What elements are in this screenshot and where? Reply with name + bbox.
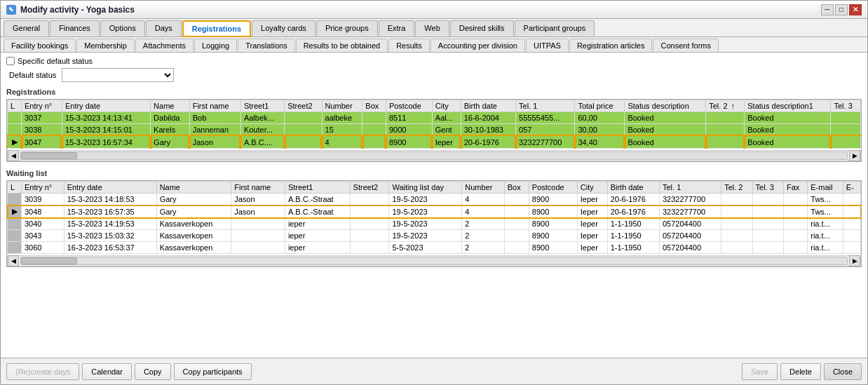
wait-col-entry[interactable]: Entry n° [22, 182, 65, 194]
reg-col-entry-date[interactable]: Entry date [62, 100, 150, 112]
wait-col-fax[interactable]: Fax [783, 182, 807, 194]
wait-col-name[interactable]: Name [156, 182, 231, 194]
tab-translations[interactable]: Translations [238, 39, 295, 52]
cell-name: Gary [151, 136, 190, 149]
cell-name: Kassaverkopen [156, 242, 231, 254]
close-window-button[interactable]: ✕ [849, 4, 862, 15]
wait-col-tel1[interactable]: Tel. 1 [659, 182, 721, 194]
reg-col-birth-date[interactable]: Birth date [461, 100, 515, 112]
cell-number: 2 [462, 242, 504, 254]
tab-results-to-be-obtained[interactable]: Results to be obtained [296, 39, 388, 52]
wait-col-number[interactable]: Number [462, 182, 504, 194]
save-button[interactable]: Save [742, 363, 778, 380]
delete-button[interactable]: Delete [780, 363, 821, 380]
wait-col-street1[interactable]: Street1 [285, 182, 350, 194]
reg-col-first-name[interactable]: First name [189, 100, 240, 112]
tab-registrations[interactable]: Registrations [182, 20, 251, 37]
table-row[interactable]: ▶ 3047 15-3-2023 16:57:34 Gary Jason A.B… [8, 136, 861, 149]
tab-accounting-per-division[interactable]: Accounting per division [430, 39, 525, 52]
reg-col-city[interactable]: City [432, 100, 461, 112]
reg-col-postcode[interactable]: Postcode [386, 100, 432, 112]
registrations-table-scroll[interactable]: L Entry n° Entry date Name First name St… [7, 100, 861, 149]
wait-col-e2[interactable]: E- [843, 182, 860, 194]
default-status-select[interactable] [62, 68, 174, 82]
list-item[interactable]: 3043 15-3-2023 15:03:32 Kassaverkopen ie… [8, 230, 861, 242]
registrations-title: Registrations [6, 88, 862, 96]
list-item[interactable]: 3039 15-3-2023 14:18:53 Gary Jason A.B.C… [8, 194, 861, 205]
copy-button[interactable]: Copy [135, 363, 171, 380]
tab-facility-bookings[interactable]: Facility bookings [4, 39, 76, 52]
tab-logging[interactable]: Logging [194, 39, 237, 52]
wait-col-birth-date[interactable]: Birth date [607, 182, 659, 194]
list-item[interactable]: 3040 15-3-2023 14:19:53 Kassaverkopen ie… [8, 218, 861, 230]
cell-tel2 [721, 194, 752, 205]
tab-general[interactable]: General [4, 20, 49, 36]
wait-col-street2[interactable]: Street2 [350, 182, 389, 194]
reg-col-status-desc1[interactable]: Status description1 [745, 100, 831, 112]
tab-results[interactable]: Results [388, 39, 430, 52]
tab-web[interactable]: Web [415, 20, 449, 36]
reg-col-entry[interactable]: Entry n° [22, 100, 62, 112]
reg-col-number[interactable]: Number [322, 100, 362, 112]
cell-number: aalbeke [322, 112, 362, 124]
reg-col-street2[interactable]: Street2 [285, 100, 322, 112]
reg-col-tel1[interactable]: Tel. 1 [516, 100, 575, 112]
wait-scroll-left[interactable]: ◀ [8, 255, 19, 266]
tab-finances[interactable]: Finances [50, 20, 100, 36]
cell-number: 2 [462, 218, 504, 230]
waiting-table-scroll[interactable]: L Entry n° Entry date Name First name St… [7, 181, 861, 254]
wait-scroll-right[interactable]: ▶ [849, 255, 860, 266]
cell-email: ria.t... [808, 218, 843, 230]
wait-col-city[interactable]: City [577, 182, 607, 194]
wait-col-waiting-day[interactable]: Waiting list day [389, 182, 462, 194]
tab-options[interactable]: Options [100, 20, 145, 36]
list-item[interactable]: ▶ 3048 15-3-2023 16:57:35 Gary Jason A.B… [8, 205, 861, 218]
reg-col-box[interactable]: Box [362, 100, 386, 112]
copy-participants-button[interactable]: Copy participants [174, 363, 252, 380]
registrations-h-scrollbar[interactable]: ◀ ▶ [7, 150, 861, 161]
reg-col-tel3[interactable]: Tel. 3 [831, 100, 861, 112]
waiting-h-scrollbar[interactable]: ◀ ▶ [7, 255, 861, 266]
cell-city: Ieper [577, 242, 607, 254]
wait-col-email[interactable]: E-mail [808, 182, 843, 194]
row-indicator [8, 242, 22, 254]
cell-box [504, 218, 529, 230]
tab-loyalty-cards[interactable]: Loyalty cards [252, 20, 316, 36]
tab-registration-articles[interactable]: Registration articles [569, 39, 653, 52]
wait-col-first-name[interactable]: First name [231, 182, 285, 194]
tab-consent-forms[interactable]: Consent forms [653, 39, 719, 52]
reg-col-tel2[interactable]: Tel. 2 ↑ [706, 100, 745, 112]
wait-col-tel3[interactable]: Tel. 3 [752, 182, 783, 194]
list-item[interactable]: 3060 16-3-2023 16:53:37 Kassaverkopen ie… [8, 242, 861, 254]
specific-default-status-checkbox[interactable] [6, 57, 15, 65]
reg-scroll-left[interactable]: ◀ [8, 150, 19, 161]
calendar-button[interactable]: Calendar [82, 363, 132, 380]
tab-days[interactable]: Days [146, 20, 182, 36]
tab-participant-groups[interactable]: Participant groups [515, 20, 595, 36]
tab-extra[interactable]: Extra [379, 20, 415, 36]
reg-scroll-right[interactable]: ▶ [849, 150, 860, 161]
recreate-days-button[interactable]: (Re)create days [6, 363, 79, 380]
minimize-button[interactable]: ─ [821, 4, 834, 15]
reg-col-name[interactable]: Name [151, 100, 190, 112]
reg-col-total-price[interactable]: Total price [575, 100, 625, 112]
wait-col-postcode[interactable]: Postcode [529, 182, 577, 194]
tab-membership[interactable]: Membership [76, 39, 135, 52]
wait-col-box[interactable]: Box [504, 182, 529, 194]
tab-desired-skills[interactable]: Desired skills [450, 20, 514, 36]
table-row[interactable]: 3037 15-3-2023 14:13:41 Dabilda Bob Aalb… [8, 112, 861, 124]
table-row[interactable]: 3038 15-3-2023 14:15:01 Karels Janneman … [8, 124, 861, 136]
close-button[interactable]: Close [824, 363, 862, 380]
maximize-button[interactable]: □ [835, 4, 848, 15]
cell-entry: 3038 [22, 124, 62, 136]
cell-entry: 3047 [22, 136, 62, 149]
tab-attachments[interactable]: Attachments [135, 39, 194, 52]
wait-col-entry-date[interactable]: Entry date [64, 182, 156, 194]
reg-col-status-desc[interactable]: Status description [625, 100, 706, 112]
tab-price-groups[interactable]: Price groups [316, 20, 378, 36]
tab-uitpas[interactable]: UITPAS [526, 39, 569, 52]
default-status-section: Specific default status Default status [6, 57, 862, 82]
cell-box [362, 112, 386, 124]
reg-col-street1[interactable]: Street1 [240, 100, 284, 112]
wait-col-tel2[interactable]: Tel. 2 [721, 182, 752, 194]
